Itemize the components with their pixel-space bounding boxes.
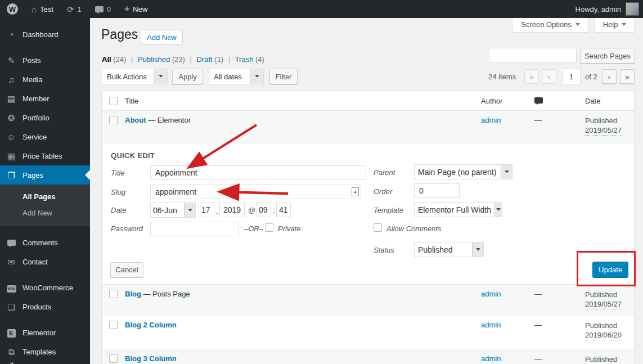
submenu-add-new[interactable]: Add New [0, 205, 90, 221]
password-label: Password [111, 224, 143, 233]
admin-bar-left: W ⌂ Test ⟳ 1 0 + New [0, 0, 154, 18]
search-pages-button[interactable]: Search Pages [580, 48, 635, 64]
chevron-down-icon [494, 203, 502, 217]
cancel-button[interactable]: Cancel [110, 262, 143, 277]
row-checkbox[interactable] [109, 116, 118, 124]
hour-input[interactable] [256, 203, 271, 217]
column-comments[interactable] [534, 97, 585, 105]
order-input[interactable] [414, 183, 460, 198]
comments-bubble-icon [95, 6, 104, 12]
status-text: Published [585, 290, 617, 299]
author-link[interactable]: admin [481, 116, 501, 124]
page-title-link[interactable]: Blog 3 Column [125, 354, 177, 363]
allow-comments-checkbox[interactable] [374, 223, 382, 232]
sidebar-item-service[interactable]: ☺ Service [0, 127, 90, 146]
site-name-link[interactable]: ⌂ Test [25, 0, 60, 18]
status-select[interactable]: Published [414, 242, 484, 257]
column-date[interactable]: Date [585, 97, 634, 105]
filter-draft[interactable]: Draft [197, 55, 213, 64]
sidebar-item-comments[interactable]: Comments [0, 233, 90, 252]
admin-comments-link[interactable]: 0 [88, 0, 118, 18]
page-title-suffix: — Elementor [146, 116, 191, 124]
sidebar-item-contact[interactable]: ✉ Contact [0, 252, 90, 271]
column-author: Author [481, 97, 534, 105]
author-link[interactable]: admin [481, 321, 501, 329]
sidebar-item-media[interactable]: ♫ Media [0, 70, 90, 89]
submenu-all-pages[interactable]: All Pages [0, 188, 90, 205]
sidebar-item-dashboard[interactable]: ◔ Dashboard [0, 25, 90, 44]
row-checkbox[interactable] [109, 290, 118, 298]
private-checkbox[interactable] [265, 223, 273, 232]
separator: | [228, 55, 230, 64]
screen-options-tab[interactable]: Screen Options [512, 17, 589, 33]
filter-button[interactable]: Filter [269, 69, 298, 84]
date-value: 2019/06/20 [585, 330, 622, 340]
dashboard-icon: ◔ [6, 30, 17, 39]
date-filter-select[interactable]: All dates [209, 69, 264, 84]
author-link[interactable]: admin [481, 354, 501, 363]
filter-draft-count: (1) [214, 55, 223, 64]
new-content-link[interactable]: + New [118, 0, 154, 18]
slug-input[interactable] [150, 185, 361, 199]
sidebar-item-posts[interactable]: ✎ Posts [0, 51, 90, 70]
updates-count: 1 [77, 5, 81, 14]
minute-input[interactable] [276, 203, 291, 217]
sidebar-item-woocommerce[interactable]: woo WooCommerce [0, 278, 90, 297]
search-input[interactable] [489, 48, 577, 63]
next-page-button[interactable]: › [602, 69, 617, 84]
parent-select[interactable]: Main Page (no parent) [414, 164, 512, 179]
sidebar-item-price-tables[interactable]: ▦ Price Tables [0, 146, 90, 165]
bulk-actions-select[interactable]: Bulk Actions [102, 69, 168, 84]
year-input[interactable] [219, 203, 245, 217]
sidebar-label: Pages [23, 171, 43, 179]
update-button[interactable]: Update [592, 262, 628, 278]
title-input[interactable] [150, 165, 366, 180]
template-select[interactable]: Elementor Full Width [414, 202, 502, 217]
row-checkbox[interactable] [109, 354, 118, 363]
page-title-link[interactable]: Blog [125, 290, 141, 298]
avatar[interactable] [626, 2, 639, 16]
page-title-link[interactable]: Blog 2 Column [125, 321, 177, 329]
help-tab[interactable]: Help [595, 17, 635, 33]
wordpress-menu[interactable]: W [0, 0, 25, 18]
column-title[interactable]: Title [125, 97, 481, 105]
site-name-label: Test [40, 5, 53, 14]
sidebar-item-pages[interactable]: ❐ Pages [0, 165, 90, 185]
last-page-button[interactable]: » [620, 69, 635, 84]
author-link[interactable]: admin [481, 290, 501, 298]
current-page-input[interactable] [562, 69, 581, 84]
bulk-actions-value: Bulk Actions [102, 73, 151, 81]
month-select[interactable]: 06-Jun [150, 203, 196, 218]
parent-value: Main Page (no parent) [415, 168, 500, 177]
sidebar-item-portfolio[interactable]: ❂ Portfolio [0, 108, 90, 127]
apply-button[interactable]: Apply [172, 69, 203, 84]
quick-edit-panel: QUICK EDIT Title Slug ▴ Date 06-Jun , @ … [102, 144, 634, 285]
page-title-link[interactable]: About [125, 116, 146, 124]
pages-list-table: Title Author Date About — Elementor admi… [101, 91, 635, 364]
filter-published[interactable]: Published [138, 55, 170, 64]
first-page-button[interactable]: « [524, 69, 539, 84]
updates-link[interactable]: ⟳ 1 [60, 0, 88, 18]
sidebar-label: Service [23, 133, 47, 141]
wordpress-logo-icon: W [7, 3, 18, 15]
sidebar-item-products[interactable]: ❏ Products [0, 297, 90, 316]
elementor-icon: E [6, 328, 17, 338]
day-input[interactable] [199, 203, 214, 217]
sidebar-item-elementor[interactable]: E Elementor [0, 323, 90, 342]
prev-page-button[interactable]: ‹ [542, 69, 556, 84]
chevron-down-icon [250, 69, 263, 84]
sidebar-item-templates[interactable]: ⧉ Templates [0, 342, 90, 361]
comments-value: — [534, 321, 585, 349]
howdy-admin-link[interactable]: Howdy, admin [575, 5, 621, 14]
filter-trash-count: (4) [255, 55, 264, 64]
posts-pin-icon: ✎ [6, 56, 17, 65]
admin-sidebar: ◔ Dashboard ✎ Posts ♫ Media ▤ Member ❂ P… [0, 18, 90, 364]
collapse-menu-icon[interactable]: ◄ [7, 359, 15, 364]
row-checkbox[interactable] [109, 321, 118, 329]
sidebar-item-member[interactable]: ▤ Member [0, 89, 90, 108]
password-input[interactable] [150, 222, 239, 236]
filter-all[interactable]: All [102, 55, 111, 64]
select-all-checkbox[interactable] [109, 97, 118, 105]
add-new-button[interactable]: Add New [141, 30, 183, 44]
filter-trash[interactable]: Trash [235, 55, 254, 64]
